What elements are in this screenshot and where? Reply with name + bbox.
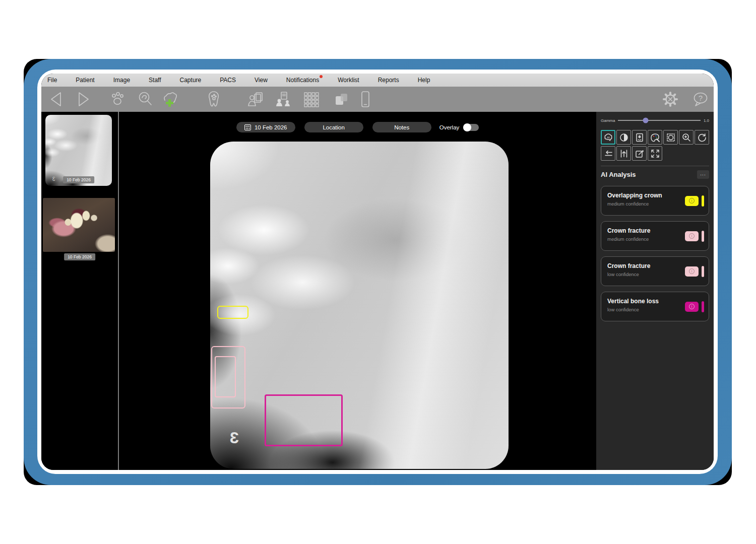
- overlay-control: Overlay: [439, 124, 479, 131]
- ai-analysis-tool-button[interactable]: AI: [601, 130, 615, 145]
- contrast-tool-button[interactable]: [616, 130, 631, 145]
- menu-view[interactable]: View: [255, 77, 268, 84]
- gamma-slider[interactable]: [618, 120, 700, 121]
- info-icon: [689, 304, 695, 309]
- menu-help[interactable]: Help: [418, 77, 430, 84]
- gamma-slider-knob[interactable]: [643, 118, 648, 123]
- panel-divider: [601, 166, 709, 166]
- menu-image[interactable]: Image: [113, 77, 130, 84]
- overlay-label: Overlay: [439, 124, 460, 130]
- menu-file[interactable]: File: [47, 77, 57, 84]
- menu-reports[interactable]: Reports: [378, 77, 399, 84]
- mobile-device-icon[interactable]: [354, 88, 376, 110]
- compare-images-icon[interactable]: [330, 88, 352, 110]
- finding-info-badge[interactable]: [685, 266, 699, 277]
- nav-forward-icon[interactable]: [72, 88, 94, 110]
- help-bubble-icon[interactable]: ?: [689, 88, 712, 110]
- settings-gear-icon[interactable]: [659, 88, 681, 110]
- tool-row-1: AI: [601, 130, 709, 145]
- device-frame: File Patient Image Staff Capture PACS Vi…: [24, 59, 732, 485]
- info-icon: [689, 233, 695, 239]
- annotate-edit-tool-button[interactable]: [632, 146, 647, 161]
- ai-analysis-header: AI Analysis ...: [601, 170, 709, 179]
- frame-inner-border: File Patient Image Staff Capture PACS Vi…: [37, 70, 718, 474]
- refresh-tool-button[interactable]: [695, 130, 709, 145]
- dental-xray-image[interactable]: 3: [210, 142, 509, 469]
- search-patient-icon[interactable]: [135, 88, 157, 110]
- finding-card-overlapping-crown[interactable]: Overlapping crown medium confidence: [601, 186, 709, 216]
- flip-vertical-tool-button[interactable]: [616, 146, 631, 161]
- thumbnail-sidebar: 3 10 Feb 2026 10 Feb 2026: [41, 112, 118, 470]
- staff-worklist-icon[interactable]: [273, 88, 295, 110]
- nav-back-icon[interactable]: [45, 88, 68, 110]
- date-button-label: 10 Feb 2026: [255, 124, 287, 130]
- finding-color-bar: [702, 266, 704, 277]
- page: File Patient Image Staff Capture PACS Vi…: [0, 0, 756, 544]
- collapse-left-tool-button[interactable]: [601, 146, 615, 161]
- thumbnail-date-badge: 10 Feb 2026: [63, 176, 94, 183]
- auto-detect-tool-button[interactable]: [663, 130, 678, 145]
- menu-notifications[interactable]: Notifications: [286, 77, 319, 84]
- right-panel: Gamma 1.0 AI: [596, 112, 714, 470]
- add-patient-icon[interactable]: [159, 88, 181, 110]
- photo-thumbnail[interactable]: [43, 198, 115, 252]
- menu-staff[interactable]: Staff: [149, 77, 161, 84]
- findings-list: Overlapping crown medium confidence Crow…: [601, 186, 709, 321]
- content-area: 3 10 Feb 2026 10 Feb 2026 10 Feb 2026: [41, 112, 714, 470]
- menu-bar: File Patient Image Staff Capture PACS Vi…: [41, 74, 714, 87]
- finding-card-vertical-bone-loss[interactable]: Vertical bone loss low confidence: [601, 292, 709, 321]
- finding-info-badge[interactable]: [685, 231, 699, 241]
- app-window: File Patient Image Staff Capture PACS Vi…: [41, 74, 714, 470]
- info-icon: [689, 268, 695, 274]
- paw-icon[interactable]: [106, 88, 129, 110]
- film-marker-mini: 3: [52, 176, 55, 182]
- overlay-toggle[interactable]: [463, 124, 479, 131]
- toolbar: ?: [41, 87, 714, 112]
- finding-color-bar: [702, 301, 704, 312]
- finding-card-crown-fracture-2[interactable]: Crown fracture low confidence: [601, 256, 709, 286]
- overlay-toggle-knob: [463, 123, 471, 131]
- date-button[interactable]: 10 Feb 2026: [236, 122, 295, 132]
- finding-info-badge[interactable]: [685, 196, 699, 206]
- annotation-crown-fracture-2[interactable]: [215, 356, 236, 397]
- thumbnail-date-badge: 10 Feb 2026: [64, 253, 95, 260]
- finding-info-badge[interactable]: [685, 302, 699, 312]
- xray-thumbnail[interactable]: 3 10 Feb 2026: [45, 115, 112, 186]
- gamma-label: Gamma: [601, 118, 615, 123]
- viewer-controls: 10 Feb 2026 Location Notes Overlay: [119, 122, 596, 132]
- svg-text:?: ?: [699, 94, 703, 102]
- location-button[interactable]: Location: [304, 122, 363, 132]
- color-palette-tool-button[interactable]: [648, 130, 662, 145]
- zoom-in-tool-button[interactable]: [679, 130, 694, 145]
- layout-grid-icon[interactable]: [300, 88, 322, 110]
- film-marker: 3: [229, 429, 239, 447]
- menu-worklist[interactable]: Worklist: [338, 77, 359, 84]
- notification-dot: [320, 75, 323, 78]
- finding-color-bar: [702, 231, 704, 242]
- info-icon: [689, 198, 695, 203]
- tooth-chart-icon[interactable]: [203, 88, 225, 110]
- menu-pacs[interactable]: PACS: [220, 77, 236, 84]
- patient-records-icon[interactable]: [245, 88, 267, 110]
- gamma-value: 1.0: [704, 118, 709, 123]
- annotation-vertical-bone-loss[interactable]: [265, 394, 343, 446]
- finding-color-bar: [702, 195, 704, 207]
- menu-capture[interactable]: Capture: [180, 77, 202, 84]
- ai-analysis-title: AI Analysis: [601, 171, 636, 178]
- radiograph-view-tool-button[interactable]: [632, 130, 647, 145]
- menu-patient[interactable]: Patient: [76, 77, 94, 84]
- annotation-overlapping-crown[interactable]: [217, 306, 248, 319]
- finding-card-crown-fracture-1[interactable]: Crown fracture medium confidence: [601, 221, 709, 251]
- calendar-icon: [244, 124, 251, 130]
- more-options-button[interactable]: ...: [697, 170, 709, 179]
- gamma-control: Gamma 1.0: [601, 117, 709, 124]
- fullscreen-expand-tool-button[interactable]: [648, 146, 662, 161]
- tool-row-2: [601, 146, 709, 161]
- image-viewer: 10 Feb 2026 Location Notes Overlay: [119, 112, 596, 470]
- location-button-label: Location: [323, 124, 344, 130]
- notes-button-label: Notes: [394, 124, 409, 130]
- notes-button[interactable]: Notes: [372, 122, 431, 132]
- svg-text:AI: AI: [607, 135, 610, 139]
